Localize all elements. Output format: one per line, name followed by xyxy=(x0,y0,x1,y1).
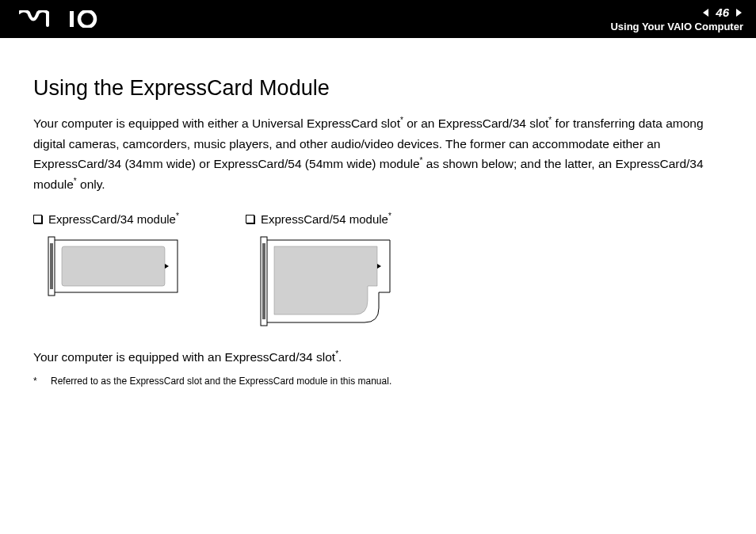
page-number: 46 xyxy=(716,6,729,19)
prev-page-arrow[interactable] xyxy=(701,8,711,17)
module-34-text: ExpressCard/34 module xyxy=(48,212,176,226)
svg-rect-4 xyxy=(50,243,53,289)
module-54: ExpressCard/54 module* xyxy=(246,212,426,334)
footnote-text: Referred to as the ExpressCard slot and … xyxy=(51,376,391,387)
module-54-label: ExpressCard/54 module* xyxy=(246,212,426,226)
module-34: ExpressCard/34 module* xyxy=(33,212,182,334)
intro-paragraph: Your computer is equipped with either a … xyxy=(33,113,723,194)
svg-rect-7 xyxy=(262,243,265,319)
svg-rect-5 xyxy=(62,246,165,286)
footnote-marker: * xyxy=(388,212,391,220)
expresscard-54-diagram xyxy=(260,235,426,334)
note-text: . xyxy=(338,350,342,364)
module-34-label: ExpressCard/34 module* xyxy=(33,212,182,226)
note-text: Your computer is equipped with an Expres… xyxy=(33,350,335,364)
svg-point-1 xyxy=(79,11,95,27)
intro-text: only. xyxy=(77,177,105,191)
header-section-title: Using Your VAIO Computer xyxy=(610,21,743,32)
page-navigation: 46 xyxy=(610,6,743,19)
bullet-box-icon xyxy=(246,215,254,223)
equipped-note: Your computer is equipped with an Expres… xyxy=(33,349,723,364)
footnote-marker: * xyxy=(176,212,179,220)
module-54-text: ExpressCard/54 module xyxy=(261,212,388,226)
page-content: Using the ExpressCard Module Your comput… xyxy=(0,38,756,387)
page-title: Using the ExpressCard Module xyxy=(33,76,723,101)
svg-rect-0 xyxy=(70,11,74,27)
intro-text: or an ExpressCard/34 slot xyxy=(403,116,549,130)
vaio-logo xyxy=(19,10,98,28)
bullet-box-icon xyxy=(33,215,42,223)
footnote: * Referred to as the ExpressCard slot an… xyxy=(33,376,723,387)
intro-text: Your computer is equipped with either a … xyxy=(33,116,400,130)
footnote-star: * xyxy=(33,376,40,387)
expresscard-34-diagram xyxy=(48,235,182,302)
page-header: 46 Using Your VAIO Computer xyxy=(0,0,756,38)
module-row: ExpressCard/34 module* ExpressCard/54 mo… xyxy=(33,212,723,334)
next-page-arrow[interactable] xyxy=(734,8,743,17)
